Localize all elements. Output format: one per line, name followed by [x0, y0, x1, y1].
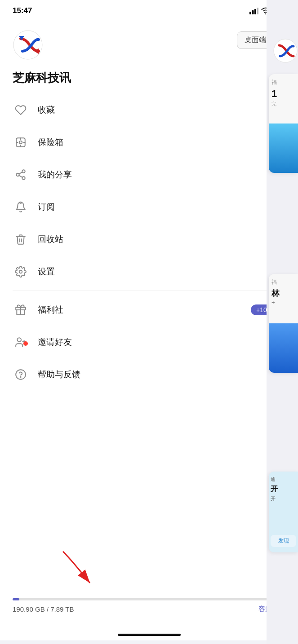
app-title: 芝麻科技讯: [13, 66, 285, 94]
svg-point-12: [19, 141, 22, 144]
help-icon: [13, 366, 29, 383]
favorites-label: 收藏: [38, 104, 285, 116]
right-card-1-image: [269, 124, 298, 173]
help-label: 帮助与反馈: [38, 369, 285, 380]
right-card-3: 通 开 开 发现: [269, 472, 298, 552]
share-label: 我的分享: [38, 169, 285, 181]
desktop-btn-label: 桌面端: [245, 35, 266, 45]
svg-point-29: [16, 370, 26, 379]
settings-label: 设置: [38, 266, 285, 278]
trash-label: 回收站: [38, 234, 285, 245]
right-panel-logo: [273, 38, 298, 63]
menu-divider: [13, 291, 285, 291]
gear-icon: [13, 264, 29, 280]
right-card-2-ch: 林: [269, 288, 298, 299]
main-panel: 桌面端 ⛶ 芝麻科技讯 收藏 保险箱 我的分享: [0, 19, 298, 640]
arrow-annotation: [36, 547, 126, 592]
menu-item-share[interactable]: 我的分享: [13, 159, 285, 191]
app-header: 桌面端 ⛶: [13, 19, 285, 66]
invite-notification-dot: [23, 341, 28, 346]
storage-usage-text: 190.90 GB / 7.89 TB: [13, 605, 74, 613]
safe-label: 保险箱: [38, 137, 285, 148]
right-card-3-ch: 开: [269, 484, 298, 495]
menu-item-subscribe[interactable]: 订阅: [13, 191, 285, 223]
svg-rect-0: [249, 12, 251, 14]
welfare-label: 福利社: [38, 304, 251, 316]
right-panel-peek: 福 1 完 福 林 + 通 开 开 发现: [267, 0, 298, 644]
home-indicator: [118, 634, 181, 636]
storage-info: 190.90 GB / 7.89 TB 容量管理: [13, 605, 285, 613]
gift-icon: [13, 302, 29, 318]
share-icon: [13, 167, 29, 183]
svg-point-26: [17, 338, 21, 342]
subscribe-label: 订阅: [38, 201, 285, 213]
right-card-3-sub: 开: [269, 495, 298, 503]
svg-point-22: [20, 202, 22, 203]
menu-item-help[interactable]: 帮助与反馈: [13, 358, 285, 391]
right-card-1-sub: 完: [269, 100, 298, 108]
menu-item-invite[interactable]: 邀请好友: [13, 326, 285, 358]
svg-line-20: [19, 176, 22, 177]
svg-point-8: [13, 31, 42, 59]
right-card-2-plus: +: [269, 299, 298, 306]
menu-item-trash[interactable]: 回收站: [13, 223, 285, 256]
menu-list-secondary: 福利社 +10T 👀 邀请好友 帮助与反馈: [13, 294, 285, 391]
bell-icon: [13, 199, 29, 215]
svg-point-23: [19, 270, 22, 273]
invite-label: 邀请好友: [38, 336, 285, 348]
safe-icon: [13, 134, 29, 150]
signal-icon: [249, 7, 258, 14]
app-logo: [13, 30, 43, 60]
menu-item-favorites[interactable]: 收藏: [13, 94, 285, 126]
invite-icon: [13, 334, 29, 350]
heart-icon: [13, 102, 29, 118]
status-time: 15:47: [13, 6, 32, 15]
menu-item-settings[interactable]: 设置: [13, 256, 285, 288]
right-card-3-tag: 通: [269, 472, 298, 484]
right-card-1-tag: 福: [269, 74, 298, 88]
svg-rect-2: [254, 9, 256, 14]
menu-item-welfare[interactable]: 福利社 +10T 👀: [13, 294, 285, 326]
storage-section: 190.90 GB / 7.89 TB 容量管理: [13, 598, 285, 613]
right-card-1-num: 1: [269, 88, 298, 100]
right-card-2: 福 林 +: [269, 274, 298, 373]
right-card-3-btn[interactable]: 发现: [271, 535, 296, 547]
svg-rect-1: [252, 10, 254, 14]
menu-item-safe[interactable]: 保险箱: [13, 126, 285, 159]
svg-line-21: [19, 172, 22, 174]
trash-icon: [13, 231, 29, 247]
menu-list-main: 收藏 保险箱 我的分享 订阅 回收站: [13, 94, 285, 288]
svg-point-4: [265, 13, 266, 14]
right-card-2-image: [269, 323, 298, 373]
right-card-2-tag: 福: [269, 274, 298, 288]
status-bar: 15:47: [0, 0, 298, 19]
storage-bar-fill: [13, 598, 19, 600]
right-card-1: 福 1 完: [269, 74, 298, 173]
svg-rect-3: [257, 8, 259, 14]
storage-bar-background: [13, 598, 285, 600]
